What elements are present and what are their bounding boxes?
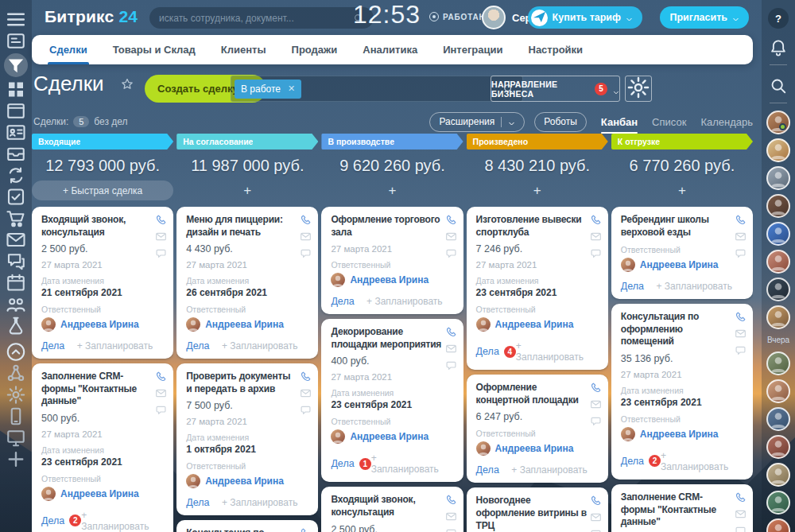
deal-card[interactable]: Входящий звонок, консультация 2 500 руб.… <box>321 487 463 532</box>
mail-envelope-icon[interactable] <box>590 511 602 523</box>
marketing-flask-icon[interactable] <box>5 315 27 336</box>
plan-activity-link[interactable]: + Запланировать <box>81 510 153 532</box>
deals-link[interactable]: Дела 2 <box>41 515 81 526</box>
deal-card[interactable]: Заполнение CRM-формы "Контактные данные"… <box>611 484 753 532</box>
responsible-name[interactable]: Андреева Ирина <box>205 476 284 487</box>
deal-card[interactable]: Ребрендинг школы верховой езды Ответстве… <box>611 207 753 299</box>
mail-envelope-icon[interactable] <box>445 231 457 243</box>
chat-bubble-icon[interactable] <box>445 359 457 371</box>
responsible-name[interactable]: Андреева Ирина <box>350 274 429 285</box>
deal-title[interactable]: Консультация по оформлению помещений <box>186 527 297 532</box>
deal-title[interactable]: Ребрендинг школы верховой езды <box>621 214 732 239</box>
tasks-check-icon[interactable] <box>5 186 27 208</box>
chat-bubble-icon[interactable] <box>300 247 312 259</box>
responsible-name[interactable]: Андреева Ирина <box>60 319 139 330</box>
avatar[interactable] <box>766 194 790 218</box>
chat-bubble-icon[interactable] <box>590 247 602 259</box>
mail-envelope-icon[interactable] <box>445 343 457 355</box>
deal-title[interactable]: Оформление торгового зала <box>331 214 442 239</box>
mail-envelope-icon[interactable] <box>300 387 312 399</box>
deal-title[interactable]: Консультация по оформлению помещений <box>621 311 732 348</box>
view-option[interactable]: Список <box>652 116 686 128</box>
plus-icon[interactable] <box>5 449 27 470</box>
plan-activity-link[interactable]: + Запланировать <box>77 340 153 351</box>
chat-bubble-icon[interactable] <box>590 415 602 427</box>
menu-icon[interactable] <box>5 9 27 30</box>
phone-call-icon[interactable] <box>300 527 312 532</box>
plan-activity-link[interactable]: + Запланировать <box>511 464 588 476</box>
work-clock[interactable]: 12:53 <box>353 0 421 29</box>
deal-card[interactable]: Входящий звонок, консультация 2 500 руб.… <box>32 207 173 359</box>
contacts-card-icon[interactable] <box>5 122 27 143</box>
phone-call-icon[interactable] <box>590 382 602 394</box>
plan-activity-link[interactable]: + Запланировать <box>222 340 298 351</box>
phone-call-icon[interactable] <box>735 491 747 503</box>
tab-5[interactable]: Аналитика <box>350 35 430 64</box>
close-icon[interactable]: ✕ <box>288 83 295 94</box>
add-deal-button[interactable]: + <box>176 181 318 200</box>
phone-call-icon[interactable] <box>155 371 167 382</box>
mail-envelope-icon[interactable] <box>735 328 747 340</box>
deals-link[interactable]: Дела 4 <box>476 346 516 358</box>
column-stage-ribbon[interactable]: В производстве <box>321 134 463 150</box>
deal-card[interactable]: Консультация по оформлению помещений 35 … <box>611 304 753 480</box>
deal-title[interactable]: Входящий звонок, консультация <box>331 494 442 518</box>
deals-link[interactable]: Дела <box>186 340 209 351</box>
feed-icon[interactable] <box>5 30 27 52</box>
deal-card[interactable]: Проверить документы и передать в архив 7… <box>176 363 318 515</box>
board-settings-button[interactable] <box>625 76 652 102</box>
tab-1[interactable]: Сделки <box>37 35 100 64</box>
chat-bubble-icon[interactable] <box>735 525 747 532</box>
tab-2[interactable]: Товары и Склад <box>100 35 208 64</box>
plan-activity-link[interactable]: + Запланировать <box>516 340 588 363</box>
avatar[interactable] <box>766 379 790 403</box>
help-button[interactable]: ? <box>768 8 789 29</box>
bell-icon[interactable] <box>769 38 788 57</box>
avatar[interactable] <box>766 463 790 487</box>
desktop-monitor-icon[interactable] <box>5 427 27 449</box>
deal-title[interactable]: Заполнение CRM-формы "Контактные данные" <box>621 491 732 529</box>
network-share-icon[interactable] <box>5 363 27 384</box>
deal-title[interactable]: Декорирование площадки мероприятия <box>331 326 442 351</box>
robots-button[interactable]: Роботы <box>534 112 587 132</box>
add-deal-button[interactable]: + <box>467 181 608 200</box>
search-icon[interactable] <box>769 76 788 95</box>
avatar[interactable] <box>766 222 790 246</box>
chat-bubble-icon[interactable] <box>445 527 457 532</box>
deal-title[interactable]: Меню для пиццерии: дизайн и печать <box>186 214 297 239</box>
filter-tag-in-progress[interactable]: В работе ✕ <box>235 80 301 99</box>
avatar[interactable] <box>766 351 790 375</box>
deal-title[interactable]: Оформление концертной площадки <box>476 382 588 406</box>
deal-card[interactable]: Декорирование площадки мероприятия 400 р… <box>321 319 463 482</box>
phone-call-icon[interactable] <box>155 214 167 226</box>
plan-activity-link[interactable]: + Запланировать <box>657 281 733 292</box>
chat-bubble-icon[interactable] <box>155 247 167 259</box>
chat-bubble-icon[interactable] <box>735 247 747 259</box>
plan-activity-link[interactable]: + Запланировать <box>371 452 443 475</box>
tab-7[interactable]: Настройки <box>516 35 596 64</box>
deals-link[interactable]: Дела <box>621 281 644 292</box>
view-option[interactable]: Канбан <box>601 116 638 128</box>
avatar[interactable] <box>766 111 790 134</box>
tab-3[interactable]: Клиенты <box>208 35 279 64</box>
avatar[interactable] <box>766 166 790 190</box>
phone-call-icon[interactable] <box>445 494 457 506</box>
plan-activity-link[interactable]: + Запланировать <box>222 497 298 508</box>
deals-link[interactable]: Дела <box>476 464 499 476</box>
phone-call-icon[interactable] <box>445 326 457 338</box>
invite-button[interactable]: Пригласить <box>660 6 749 29</box>
deal-card[interactable]: Изготовление вывески спортклуба 7 246 ру… <box>467 207 608 370</box>
phone-call-icon[interactable] <box>445 214 457 226</box>
deal-card[interactable]: Меню для пиццерии: дизайн и печать 4 430… <box>176 207 318 359</box>
phone-call-icon[interactable] <box>590 495 602 507</box>
mobile-phone-icon[interactable] <box>5 406 27 427</box>
chevron-up-circle-icon[interactable] <box>5 341 27 363</box>
deals-link[interactable]: Дела 2 <box>621 455 661 467</box>
column-stage-ribbon[interactable]: На согласование <box>176 134 318 150</box>
responsible-name[interactable]: Андреева Ирина <box>640 259 719 270</box>
column-stage-ribbon[interactable]: Входящие <box>32 134 173 150</box>
deal-title[interactable]: Изготовление вывески спортклуба <box>476 214 588 239</box>
phone-call-icon[interactable] <box>300 214 312 226</box>
deal-title[interactable]: Новогоднее оформление витрины в ТРЦ <box>476 495 588 532</box>
mail-envelope-icon[interactable] <box>590 231 602 243</box>
